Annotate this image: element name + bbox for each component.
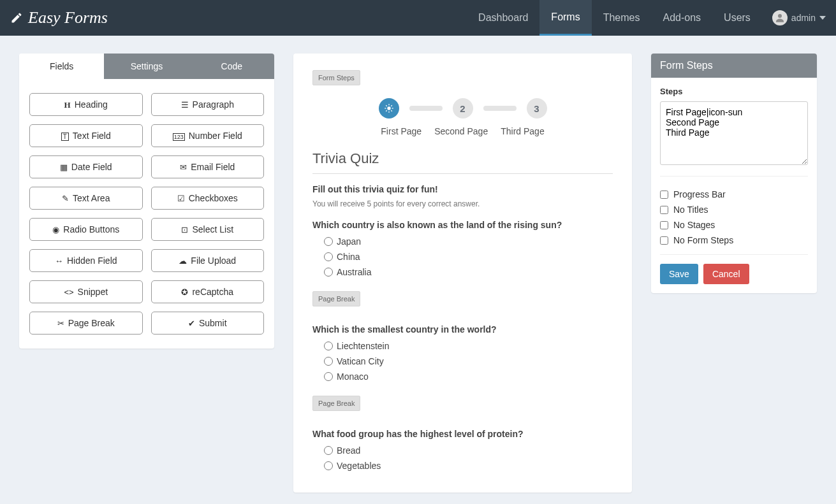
svg-line-6 — [386, 105, 386, 106]
steps-label: Steps — [660, 87, 808, 96]
field-select[interactable]: ⊡Select List — [151, 218, 265, 241]
question-text: Which country is also known as the land … — [312, 220, 613, 230]
field-upload[interactable]: ☁File Upload — [151, 249, 265, 272]
nav-addons[interactable]: Add-ons — [651, 0, 712, 36]
step-bar — [483, 106, 517, 111]
field-snippet[interactable]: <>Snippet — [29, 280, 143, 303]
text-area-icon: ✎ — [62, 193, 69, 203]
field-hidden[interactable]: ↔Hidden Field — [29, 249, 143, 272]
checkbox-input[interactable] — [660, 221, 668, 229]
option-label: Vegetables — [337, 461, 381, 471]
option-no-form-steps[interactable]: No Form Steps — [660, 235, 808, 245]
radio-option[interactable]: Vegetables — [324, 461, 613, 471]
radio-input[interactable] — [324, 461, 333, 470]
step-circle-1[interactable] — [379, 98, 399, 119]
step-label-3: Third Page — [501, 126, 544, 136]
steps-textarea[interactable] — [660, 101, 808, 165]
tab-fields[interactable]: Fields — [19, 54, 104, 79]
field-date-field[interactable]: ▦Date Field — [29, 155, 143, 178]
save-button[interactable]: Save — [660, 264, 698, 284]
form-steps-tag[interactable]: Form Steps — [312, 70, 360, 85]
field-email-field[interactable]: ✉Email Field — [151, 155, 265, 178]
radio-input[interactable] — [324, 268, 333, 277]
field-text-area[interactable]: ✎Text Area — [29, 187, 143, 210]
top-nav: Easy Forms Dashboard Forms Themes Add-on… — [0, 0, 836, 36]
radio-input[interactable] — [324, 237, 333, 246]
nav-dashboard[interactable]: Dashboard — [467, 0, 539, 36]
option-progress-bar[interactable]: Progress Bar — [660, 189, 808, 199]
field-label: Text Area — [73, 193, 110, 203]
field-heading[interactable]: HHeading — [29, 93, 143, 116]
page-break-tag[interactable]: Page Break — [312, 291, 360, 306]
date-field-icon: ▦ — [60, 162, 68, 172]
field-checkboxes[interactable]: ☑Checkboxes — [151, 187, 265, 210]
option-label: Vatican City — [337, 356, 384, 366]
form-desc: You will receive 5 points for every corr… — [312, 199, 613, 208]
option-label: Monaco — [337, 371, 369, 382]
radio-option[interactable]: China — [324, 252, 613, 262]
fields-panel: Fields Settings Code HHeading☰ParagraphT… — [19, 54, 274, 349]
sun-icon — [384, 103, 394, 113]
field-paragraph[interactable]: ☰Paragraph — [151, 93, 265, 116]
page-break-tag[interactable]: Page Break — [312, 396, 360, 411]
radio-icon: ◉ — [52, 224, 59, 234]
radio-input[interactable] — [324, 357, 333, 366]
tab-code[interactable]: Code — [189, 54, 274, 79]
field-label: Page Break — [68, 318, 115, 328]
nav-user-menu[interactable]: admin — [762, 10, 826, 25]
option-label: Liechtenstein — [337, 341, 390, 351]
radio-option[interactable]: Australia — [324, 267, 613, 277]
panel-title: Form Steps — [651, 54, 817, 78]
field-radio[interactable]: ◉Radio Buttons — [29, 218, 143, 241]
radio-input[interactable] — [324, 252, 333, 261]
radio-option[interactable]: Vatican City — [324, 356, 613, 366]
cancel-button[interactable]: Cancel — [703, 264, 749, 284]
nav-forms[interactable]: Forms — [539, 0, 591, 36]
option-label: Japan — [337, 236, 361, 247]
radio-input[interactable] — [324, 342, 333, 350]
check-label: No Stages — [673, 220, 715, 230]
options-list: Progress BarNo TitlesNo StagesNo Form St… — [660, 176, 808, 245]
tab-settings[interactable]: Settings — [104, 54, 189, 79]
nav-themes[interactable]: Themes — [592, 0, 652, 36]
form-steps-panel: Form Steps Steps Progress BarNo TitlesNo… — [651, 54, 817, 293]
nav-users[interactable]: Users — [712, 0, 762, 36]
select-icon: ⊡ — [181, 224, 188, 234]
field-label: File Upload — [191, 256, 236, 266]
radio-option[interactable]: Japan — [324, 236, 613, 247]
checkbox-input[interactable] — [660, 206, 668, 214]
question-options: BreadVegetables — [324, 445, 613, 471]
radio-option[interactable]: Liechtenstein — [324, 341, 613, 351]
field-pagebreak[interactable]: ✂Page Break — [29, 312, 143, 335]
brand-text: Easy Forms — [28, 8, 108, 27]
field-text-field[interactable]: TText Field — [29, 124, 143, 147]
option-no-titles[interactable]: No Titles — [660, 205, 808, 215]
step-bar — [409, 106, 443, 111]
field-label: Heading — [75, 99, 108, 110]
field-recaptcha[interactable]: ✪reCaptcha — [151, 280, 265, 303]
radio-option[interactable]: Bread — [324, 445, 613, 456]
question-text: What food group has the highest level of… — [312, 429, 613, 439]
pagebreak-icon: ✂ — [57, 318, 64, 328]
checkbox-input[interactable] — [660, 236, 668, 245]
step-circle-3[interactable]: 3 — [527, 98, 547, 119]
check-label: No Form Steps — [673, 235, 733, 245]
field-label: Submit — [199, 318, 227, 328]
text-field-icon: T — [61, 131, 69, 141]
field-submit[interactable]: ✔Submit — [151, 312, 265, 335]
upload-icon: ☁ — [179, 256, 187, 266]
option-no-stages[interactable]: No Stages — [660, 220, 808, 230]
radio-input[interactable] — [324, 372, 333, 381]
field-label: Checkboxes — [189, 193, 238, 203]
option-label: Australia — [337, 267, 371, 277]
step-circle-2[interactable]: 2 — [453, 98, 473, 119]
field-number-field[interactable]: 123Number Field — [151, 124, 265, 147]
radio-option[interactable]: Monaco — [324, 371, 613, 382]
svg-point-1 — [387, 106, 390, 110]
step-label-1: First Page — [381, 126, 422, 136]
radio-input[interactable] — [324, 446, 333, 455]
field-label: Hidden Field — [67, 256, 117, 266]
field-label: Paragraph — [193, 99, 234, 110]
checkbox-input[interactable] — [660, 191, 668, 199]
snippet-icon: <> — [64, 287, 73, 297]
